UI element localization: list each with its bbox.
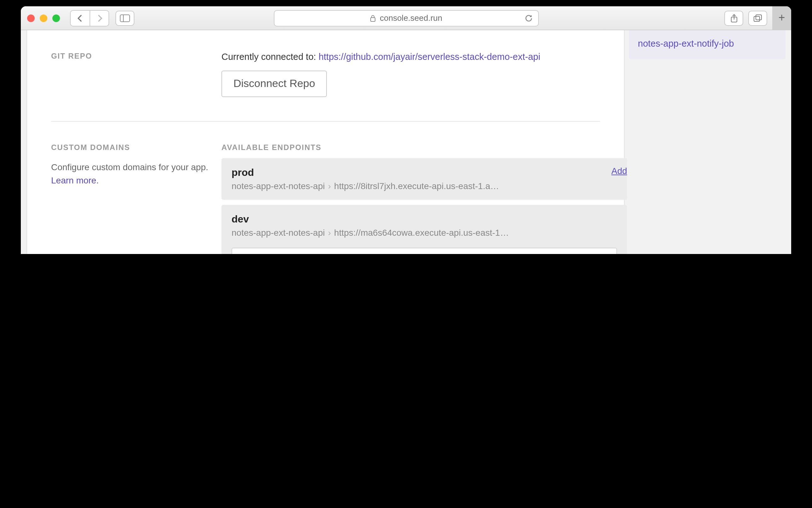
endpoint-dev-name: dev (232, 214, 617, 225)
available-endpoints-heading: AVAILABLE ENDPOINTS (222, 143, 627, 152)
svg-rect-5 (756, 14, 762, 19)
learn-more-link[interactable]: Learn more. (51, 175, 99, 185)
new-tab-button[interactable]: + (772, 6, 791, 30)
endpoint-dev-sub: notes-app-ext-notes-api›https://ma6s64co… (232, 227, 509, 238)
nav-back-button[interactable] (71, 10, 89, 26)
tabs-button[interactable] (748, 10, 767, 26)
sidebar-toggle-button[interactable] (115, 10, 134, 26)
endpoint-prod-name: prod (232, 167, 617, 178)
endpoint-prod-sub: notes-app-ext-notes-api›https://8itrsl7j… (232, 181, 509, 191)
endpoint-dev: dev notes-app-ext-notes-api›https://ma6s… (222, 205, 627, 254)
address-bar[interactable]: console.seed.run (273, 10, 539, 26)
endpoint-prod: prod notes-app-ext-notes-api›https://8it… (222, 158, 627, 200)
sidebar-related-link[interactable]: notes-app-ext-notify-job (638, 38, 734, 48)
reload-icon[interactable] (524, 13, 533, 23)
window-minimize-icon[interactable] (40, 14, 47, 22)
custom-domain-input-row: · / (232, 248, 617, 254)
browser-window: console.seed.run + GIT REPO Currentl (21, 6, 791, 254)
lock-icon (370, 14, 376, 22)
svg-rect-2 (371, 17, 375, 21)
url-host: console.seed.run (380, 13, 442, 23)
title-bar: console.seed.run + (21, 6, 791, 30)
share-button[interactable] (724, 10, 743, 26)
sidebar-related: notes-app-ext-notify-job (629, 30, 785, 59)
custom-domains-section: CUSTOM DOMAINS Configure custom domains … (51, 143, 600, 254)
svg-rect-4 (754, 16, 760, 21)
nav-forward-button[interactable] (89, 10, 109, 26)
custom-domains-desc: Configure custom domains for your app. L… (51, 161, 222, 187)
window-zoom-icon[interactable] (52, 14, 60, 22)
git-connected-line: Currently connected to: https://github.c… (222, 52, 600, 62)
git-repo-section: GIT REPO Currently connected to: https:/… (51, 52, 600, 97)
endpoint-prod-add-link[interactable]: Add (611, 166, 627, 176)
page-content: GIT REPO Currently connected to: https:/… (21, 30, 791, 254)
git-repo-link[interactable]: https://github.com/jayair/serverless-sta… (319, 52, 540, 62)
settings-card: GIT REPO Currently connected to: https:/… (27, 30, 625, 254)
nav-buttons (70, 10, 109, 26)
disconnect-repo-button[interactable]: Disconnect Repo (222, 71, 327, 97)
section-divider (51, 121, 600, 122)
git-repo-heading: GIT REPO (51, 52, 222, 60)
window-close-icon[interactable] (27, 14, 35, 22)
custom-domains-heading: CUSTOM DOMAINS (51, 143, 222, 152)
svg-rect-0 (120, 14, 130, 22)
